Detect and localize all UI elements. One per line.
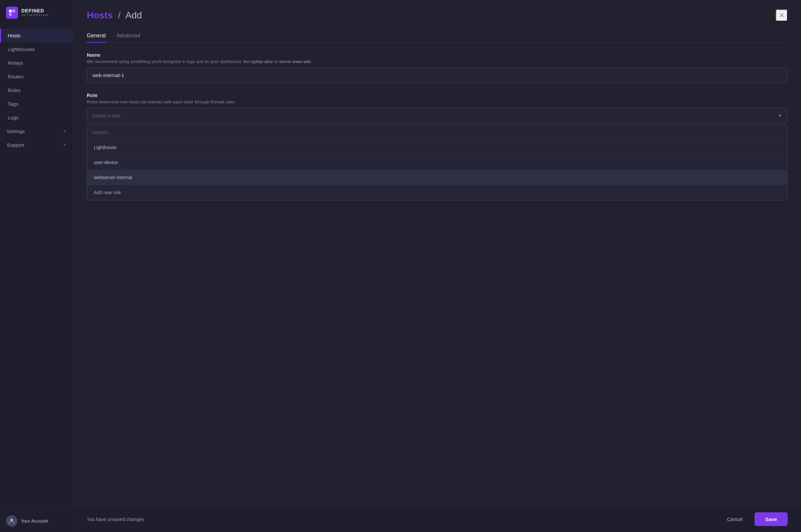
avatar bbox=[6, 515, 17, 527]
select-chevron-icon: ▼ bbox=[778, 113, 782, 118]
sidebar-item-settings[interactable]: Settings ▼ bbox=[0, 125, 73, 138]
role-dropdown: Lighthouse user-device webserver-interna… bbox=[87, 125, 788, 201]
cancel-button[interactable]: Cancel bbox=[719, 512, 751, 526]
logo-text: DEFINED NETWORKING bbox=[21, 8, 49, 17]
sidebar-item-tags[interactable]: Tags bbox=[0, 97, 73, 111]
name-field-group: Name We recommend using something you'll… bbox=[87, 52, 788, 83]
save-button[interactable]: Save bbox=[755, 512, 788, 526]
sidebar-item-lighthouses[interactable]: Lighthouses bbox=[0, 42, 73, 56]
role-description: Roles determine how hosts can interact w… bbox=[87, 99, 788, 104]
settings-chevron-icon: ▼ bbox=[63, 129, 67, 133]
content-area: General Advanced Name We recommend using… bbox=[73, 21, 801, 506]
name-label: Name bbox=[87, 52, 788, 58]
role-search-input[interactable] bbox=[87, 125, 787, 140]
footer-actions: Cancel Save bbox=[719, 512, 788, 526]
breadcrumb-add: Add bbox=[126, 10, 142, 20]
svg-point-3 bbox=[10, 519, 13, 521]
sidebar-item-relays[interactable]: Relays bbox=[0, 56, 73, 70]
account-label: Your Account bbox=[21, 518, 48, 524]
tab-general[interactable]: General bbox=[87, 30, 106, 43]
role-select[interactable]: Select a role... ▼ bbox=[87, 108, 788, 124]
tabs-bar: General Advanced bbox=[87, 30, 788, 43]
close-button[interactable]: ✕ bbox=[776, 10, 788, 21]
dropdown-item-user-device[interactable]: user-device bbox=[87, 155, 787, 170]
sidebar-item-routes[interactable]: Routes bbox=[0, 70, 73, 83]
tab-advanced[interactable]: Advanced bbox=[116, 30, 140, 43]
unsaved-changes-text: You have unsaved changes bbox=[87, 517, 144, 522]
footer-bar: You have unsaved changes Cancel Save bbox=[73, 506, 801, 532]
sidebar-item-hosts[interactable]: Hosts bbox=[0, 29, 73, 42]
dropdown-item-add-new[interactable]: Add new role bbox=[87, 185, 787, 200]
support-chevron-icon: ▼ bbox=[63, 143, 67, 147]
dropdown-item-lighthouse[interactable]: Lighthouse bbox=[87, 140, 787, 155]
sidebar-item-support[interactable]: Support ▼ bbox=[0, 138, 73, 152]
role-field-group: Role Roles determine how hosts can inter… bbox=[87, 92, 788, 201]
name-input[interactable] bbox=[87, 68, 788, 83]
sidebar: DEFINED NETWORKING Hosts Lighthouses Rel… bbox=[0, 0, 73, 532]
breadcrumb-separator: / bbox=[118, 10, 121, 20]
logo-icon bbox=[6, 7, 18, 19]
sidebar-nav: Hosts Lighthouses Relays Routes Roles Ta… bbox=[0, 25, 73, 510]
role-placeholder: Select a role... bbox=[92, 113, 125, 118]
page-header: Hosts / Add ✕ bbox=[73, 0, 801, 21]
sidebar-item-roles[interactable]: Roles bbox=[0, 83, 73, 97]
sidebar-item-logs[interactable]: Logs bbox=[0, 111, 73, 125]
role-select-container: Select a role... ▼ Lighthouse user-devic… bbox=[87, 108, 788, 201]
role-label: Role bbox=[87, 92, 788, 98]
svg-rect-2 bbox=[9, 13, 12, 16]
account-section[interactable]: Your Account bbox=[0, 510, 73, 532]
page-title: Hosts / Add bbox=[87, 10, 142, 21]
main-content: Hosts / Add ✕ General Advanced Name We r… bbox=[73, 0, 801, 532]
svg-rect-0 bbox=[9, 10, 12, 12]
breadcrumb-hosts: Hosts bbox=[87, 10, 113, 20]
logo[interactable]: DEFINED NETWORKING bbox=[0, 0, 73, 25]
name-description: We recommend using something you'll reco… bbox=[87, 59, 788, 64]
dropdown-item-webserver-internal[interactable]: webserver-internal bbox=[87, 170, 787, 185]
svg-rect-1 bbox=[12, 10, 15, 12]
